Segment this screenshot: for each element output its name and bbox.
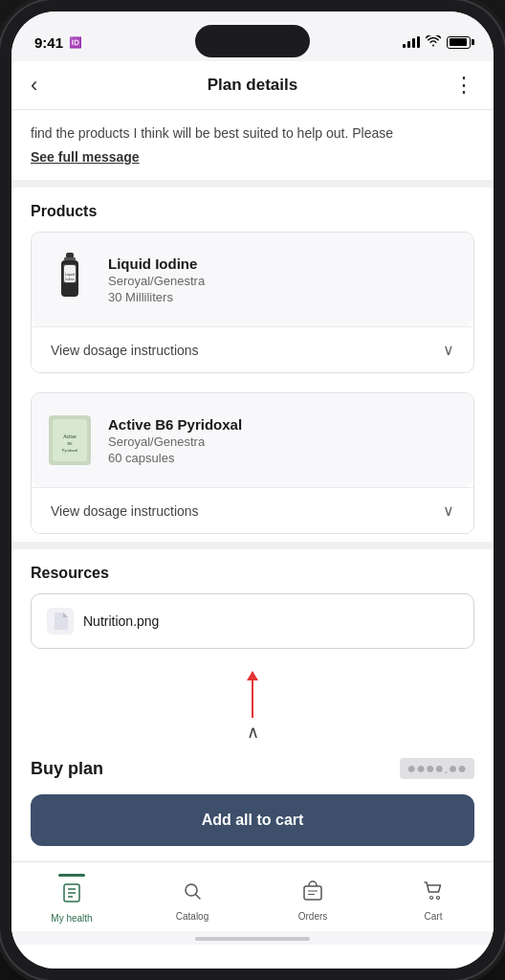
product-block-2: Active B6 Pyridoxal Active B6 Pyridoxal … <box>11 392 494 534</box>
buy-plan-label: Buy plan <box>31 759 103 779</box>
add-to-cart-button[interactable]: Add all to cart <box>31 794 474 846</box>
nav-active-indicator <box>58 874 85 877</box>
more-button[interactable]: ⋮ <box>444 73 474 98</box>
wifi-icon <box>426 35 441 50</box>
see-full-message-link[interactable]: See full message <box>31 149 474 165</box>
chevron-down-icon-2: ∨ <box>443 501 454 520</box>
arrow-annotation: ∧ <box>11 664 494 745</box>
product-name-1: Liquid Iodine <box>108 256 460 272</box>
home-bar <box>195 937 310 941</box>
file-icon <box>47 608 74 635</box>
svg-text:Iodine: Iodine <box>65 278 75 281</box>
chevron-up-icon: ∧ <box>247 722 259 743</box>
page-title: Plan details <box>208 76 297 95</box>
svg-line-17 <box>196 895 201 900</box>
svg-point-21 <box>430 897 433 900</box>
time-display: 9:41 <box>34 34 63 51</box>
signal-icon <box>403 36 420 48</box>
status-bar: 9:41 🆔 <box>11 11 494 61</box>
content-area: ‹ Plan details ⋮ find the products I thi… <box>11 61 494 969</box>
pillbox-icon: Active B6 Pyridoxal <box>45 412 95 469</box>
svg-text:Pyridoxal: Pyridoxal <box>62 448 78 453</box>
nav-item-orders[interactable]: Orders <box>252 870 373 925</box>
nav-label-catalog: Catalog <box>176 911 209 922</box>
resource-file[interactable]: Nutrition.png <box>31 593 474 649</box>
product-info-2: Active B6 Pyridoxal Seroyal/Genestra 60 … <box>108 416 460 465</box>
message-snippet: find the products I think will be best s… <box>11 110 494 188</box>
product-image-1: Liquid Iodine <box>45 246 95 313</box>
product-name-2: Active B6 Pyridoxal <box>108 416 460 433</box>
product-info-1: Liquid Iodine Seroyal/Genestra 30 Millil… <box>108 256 460 304</box>
home-indicator <box>11 931 494 945</box>
bottom-nav: My health Catalog <box>11 861 494 931</box>
status-icons <box>403 35 471 50</box>
product-brand-2: Seroyal/Genestra <box>108 434 460 449</box>
message-text: find the products I think will be best s… <box>31 123 474 144</box>
divider-1 <box>11 542 494 549</box>
product-brand-1: Seroyal/Genestra <box>108 274 460 288</box>
battery-icon <box>447 36 471 49</box>
nav-item-cart[interactable]: Cart <box>373 870 494 925</box>
nav-icon-catalog <box>182 880 203 907</box>
products-section-title: Products <box>31 203 474 220</box>
svg-text:Liquid: Liquid <box>65 272 76 277</box>
nav-label-myhealth: My health <box>51 913 92 924</box>
products-section: Products <box>11 188 494 232</box>
nav-item-catalog[interactable]: Catalog <box>132 870 252 925</box>
product-card-2: Active B6 Pyridoxal Active B6 Pyridoxal … <box>32 393 473 487</box>
dosage-label-2: View dosage instructions <box>51 503 199 519</box>
chevron-down-icon-1: ∨ <box>443 341 454 359</box>
red-arrow-icon <box>252 672 253 718</box>
dynamic-island <box>195 25 310 57</box>
buy-plan-price: ●●●●.●● <box>400 758 474 779</box>
dosage-row-1[interactable]: View dosage instructions ∨ <box>32 326 473 372</box>
product-size-1: 30 Milliliters <box>108 290 460 304</box>
page-header: ‹ Plan details ⋮ <box>11 61 494 110</box>
resource-filename: Nutrition.png <box>83 613 159 629</box>
svg-rect-18 <box>304 886 321 900</box>
product-block-1: Liquid Iodine Liquid Iodine Seroyal/Gene… <box>11 232 494 373</box>
spacer-1 <box>11 381 494 392</box>
nav-label-cart: Cart <box>425 911 443 922</box>
buy-plan-section: Buy plan ●●●●.●● <box>11 745 494 794</box>
svg-point-22 <box>437 897 440 900</box>
product-card-1: Liquid Iodine Liquid Iodine Seroyal/Gene… <box>32 233 473 326</box>
product-image-2: Active B6 Pyridoxal <box>45 407 95 474</box>
resources-section: Resources Nutrition.png <box>11 549 494 664</box>
svg-rect-1 <box>64 257 76 260</box>
dosage-label-1: View dosage instructions <box>51 343 199 358</box>
nav-label-orders: Orders <box>298 911 328 922</box>
dosage-row-2[interactable]: View dosage instructions ∨ <box>32 487 473 533</box>
nav-icon-myhealth <box>61 882 82 909</box>
nav-icon-orders <box>302 880 323 907</box>
svg-text:Active: Active <box>63 434 77 439</box>
resources-title: Resources <box>31 565 474 582</box>
nav-icon-cart <box>423 880 444 907</box>
svg-rect-8 <box>53 419 87 461</box>
product-size-2: 60 capsules <box>108 451 460 465</box>
svg-text:B6: B6 <box>68 441 74 446</box>
sim-icon: 🆔 <box>69 36 82 49</box>
nav-item-myhealth[interactable]: My health <box>11 870 132 927</box>
back-button[interactable]: ‹ <box>31 73 61 98</box>
bottle-icon: Liquid Iodine <box>55 251 85 308</box>
